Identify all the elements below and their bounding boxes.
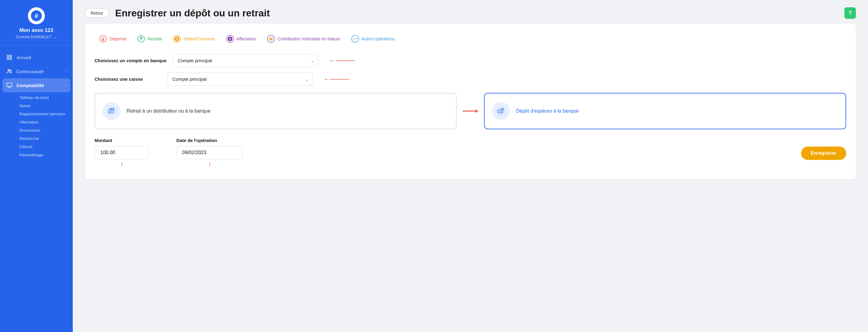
banque-row: Choisissez un compte en banque Compte pr… xyxy=(95,54,846,67)
contribution-icon: 🤝 xyxy=(267,35,275,43)
montant-group: Montant ↑ xyxy=(95,138,149,168)
sidebar-nav: Accueil Communauté › Comptabilité › Tabl… xyxy=(0,46,73,332)
op-card-depot[interactable]: Dépôt d'espèces à la banque xyxy=(484,93,846,129)
autres-icon xyxy=(351,35,359,43)
svg-point-24 xyxy=(106,106,117,116)
between-arrow xyxy=(463,93,478,129)
enregistrer-button[interactable]: Enregistrer xyxy=(801,146,846,160)
svg-text:#: # xyxy=(35,12,38,20)
svg-point-21 xyxy=(353,38,354,39)
subnav-affectation[interactable]: Affectation xyxy=(16,118,73,126)
subnav-parametrage[interactable]: Paramétrage xyxy=(16,151,73,159)
main-content: Retour Enregistrer un dépôt ou un retrai… xyxy=(73,0,868,332)
tab-depense[interactable]: Dépense xyxy=(95,32,131,46)
caisse-label: Choisissez une caisse xyxy=(95,77,161,82)
montant-label: Montant xyxy=(95,138,149,143)
svg-marker-28 xyxy=(475,109,478,113)
tab-dettes-label: Dettes/Créances xyxy=(183,36,215,41)
comptabilite-arrow: › xyxy=(65,83,67,87)
svg-rect-8 xyxy=(7,83,12,87)
sidebar-subnav: Tableau de bord Saisie Rapprochement ban… xyxy=(0,92,73,160)
svg-point-7 xyxy=(10,70,11,71)
banque-red-arrow: ←──── xyxy=(329,57,354,65)
subnav-recherche[interactable]: Recherche xyxy=(16,134,73,143)
retrait-icon xyxy=(102,102,121,120)
home-icon xyxy=(6,54,13,61)
tab-autres[interactable]: Autres opérations xyxy=(347,32,399,46)
banque-arrow-indicator: ←──── xyxy=(329,57,354,65)
date-group: Date de l'opération ↑ xyxy=(176,138,243,168)
operation-cards: Retrait à un distributeur ou à la banque xyxy=(95,93,846,129)
caisse-row: Choisissez une caisse Compte principal ⌄… xyxy=(95,73,846,86)
svg-text:✦: ✦ xyxy=(229,37,231,41)
page-header: Retour Enregistrer un dépôt ou un retrai… xyxy=(73,0,868,24)
operation-tabs: Dépense Recette $ xyxy=(95,32,846,46)
accueil-label: Accueil xyxy=(17,55,31,60)
sidebar-user[interactable]: Corinne DARDELET ⌄ xyxy=(16,35,57,39)
affectation-icon: ✦ xyxy=(226,35,234,43)
tab-affectation-label: Affectation xyxy=(237,36,256,41)
subnav-documents[interactable]: Documents xyxy=(16,126,73,134)
svg-text:$: $ xyxy=(176,37,178,41)
back-button[interactable]: Retour xyxy=(85,8,109,18)
depot-icon xyxy=(492,102,510,120)
banque-select[interactable]: Compte principal xyxy=(173,54,318,67)
date-label: Date de l'opération xyxy=(176,138,243,143)
tab-contribution-label: Contribution Volontaire en Nature xyxy=(277,36,340,41)
user-name-label: Corinne DARDELET xyxy=(16,35,52,39)
caisse-select[interactable]: Compte principal xyxy=(167,73,313,86)
tab-recette[interactable]: Recette xyxy=(133,32,167,46)
org-name: Mon asso 123 xyxy=(20,27,53,33)
tab-dettes[interactable]: $ Dettes/Créances xyxy=(168,32,219,46)
main-card: Dépense Recette $ xyxy=(85,24,856,179)
svg-rect-3 xyxy=(10,55,12,57)
op-card-retrait[interactable]: Retrait à un distributeur ou à la banque xyxy=(95,93,457,129)
date-input[interactable] xyxy=(176,146,243,159)
montant-input[interactable] xyxy=(95,146,149,159)
comptabilite-label: Comptabilité xyxy=(17,83,44,88)
svg-point-6 xyxy=(8,69,9,71)
svg-text:🤝: 🤝 xyxy=(269,37,273,41)
subnav-cloture[interactable]: Clôture xyxy=(16,143,73,151)
banque-label: Choisissez un compte en banque xyxy=(95,58,167,63)
tab-depense-label: Dépense xyxy=(110,36,126,41)
community-icon xyxy=(6,68,13,75)
svg-point-29 xyxy=(496,106,506,116)
communaute-label: Communauté xyxy=(17,69,44,74)
caisse-arrow-indicator: ←──── xyxy=(324,75,349,83)
comptabilite-icon xyxy=(6,82,13,89)
sidebar: # Mon asso 123 Corinne DARDELET ⌄ Accuei… xyxy=(0,0,73,332)
communaute-arrow: › xyxy=(65,69,67,74)
dettes-icon: $ xyxy=(173,35,181,43)
caisse-select-wrap: Compte principal ⌄ xyxy=(167,73,313,86)
sidebar-item-communaute[interactable]: Communauté › xyxy=(0,64,73,78)
caisse-red-arrow: ←──── xyxy=(324,75,349,83)
banque-select-wrap: Compte principal ⌄ xyxy=(173,54,318,67)
sidebar-header: # Mon asso 123 Corinne DARDELET ⌄ xyxy=(0,0,73,46)
depense-icon xyxy=(99,35,107,43)
chevron-down-icon: ⌄ xyxy=(54,35,57,39)
svg-rect-5 xyxy=(10,58,12,60)
depot-label: Dépôt d'espèces à la banque xyxy=(516,108,579,114)
tab-autres-label: Autres opérations xyxy=(362,36,395,41)
tab-recette-label: Recette xyxy=(148,36,162,41)
sidebar-logo: # xyxy=(28,7,45,24)
svg-rect-2 xyxy=(7,55,9,57)
page-title: Enregistrer un dépôt ou un retrait xyxy=(115,7,838,19)
retrait-label: Retrait à un distributeur ou à la banque xyxy=(127,108,211,114)
bottom-form: Montant ↑ Date de l'opération ↑ Enregist… xyxy=(95,138,846,168)
svg-rect-4 xyxy=(7,58,9,60)
svg-point-23 xyxy=(356,38,357,39)
subnav-tableau-de-bord[interactable]: Tableau de bord xyxy=(16,93,73,102)
sidebar-item-accueil[interactable]: Accueil xyxy=(0,50,73,64)
recette-icon xyxy=(137,35,145,43)
subnav-saisie[interactable]: Saisie xyxy=(16,102,73,110)
svg-point-22 xyxy=(354,38,355,39)
subnav-rapprochement-bancaire[interactable]: Rapprochement bancaire xyxy=(16,110,73,118)
montant-arrow-up: ↑ xyxy=(120,161,124,168)
tab-contribution[interactable]: 🤝 Contribution Volontaire en Nature xyxy=(262,32,345,46)
sidebar-item-comptabilite[interactable]: Comptabilité › xyxy=(2,78,70,92)
date-arrow-up: ↑ xyxy=(208,161,212,168)
tab-affectation[interactable]: ✦ Affectation xyxy=(221,32,261,46)
help-button[interactable]: ? xyxy=(844,7,856,19)
